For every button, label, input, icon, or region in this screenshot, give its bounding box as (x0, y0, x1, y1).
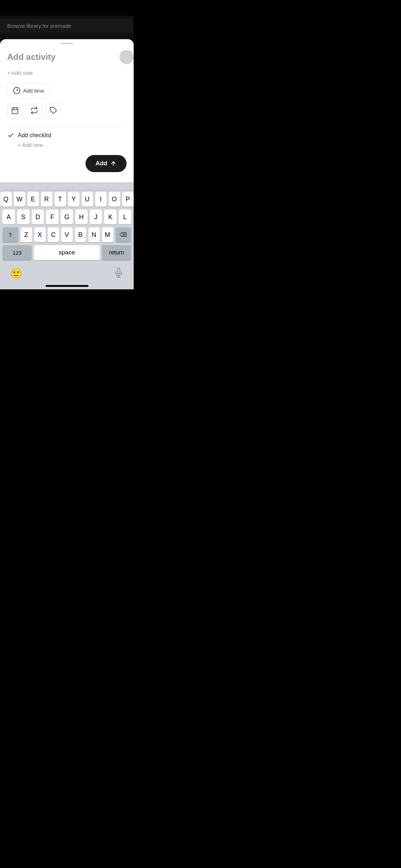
key-o[interactable]: O (109, 192, 120, 207)
key-x[interactable]: X (34, 227, 46, 242)
tag-button[interactable] (46, 103, 61, 119)
add-checklist-label: Add checklist (18, 132, 51, 139)
add-note-button[interactable]: + Add note (7, 70, 127, 76)
key-u[interactable]: U (82, 192, 93, 207)
key-g[interactable]: G (61, 210, 73, 224)
key-q[interactable]: Q (0, 192, 12, 207)
key-m[interactable]: M (102, 227, 113, 242)
home-pill (46, 285, 88, 287)
key-row-4: 123 space return (2, 245, 131, 260)
avatar-circle (119, 50, 134, 64)
add-checklist-row[interactable]: Add checklist (7, 132, 127, 139)
add-new-button[interactable]: + Add new (7, 142, 127, 148)
key-i[interactable]: I (95, 192, 107, 207)
key-a[interactable]: A (2, 210, 15, 224)
space-key[interactable]: space (34, 245, 100, 260)
add-button-row: Add (7, 155, 127, 172)
shift-key[interactable]: ⇧ (2, 227, 19, 242)
keyboard-bottom-bar: 🙂 (1, 264, 132, 282)
key-t[interactable]: T (55, 192, 66, 207)
repeat-button[interactable] (26, 103, 42, 119)
key-v[interactable]: V (61, 227, 73, 242)
microphone-button[interactable] (114, 268, 124, 279)
checkmark-icon (7, 132, 14, 139)
activity-title-row (7, 50, 127, 64)
key-l[interactable]: L (119, 210, 131, 224)
avatar-group (119, 50, 134, 64)
delete-key[interactable]: ⌫ (115, 227, 132, 242)
add-time-button[interactable]: Add time (7, 83, 50, 98)
repeat-icon (30, 107, 38, 115)
add-activity-sheet: + Add note Add time (0, 39, 134, 289)
key-d[interactable]: D (32, 210, 44, 224)
key-p[interactable]: P (122, 192, 134, 207)
key-b[interactable]: B (75, 227, 86, 242)
svg-rect-0 (12, 108, 18, 114)
keyboard: Q W E R T Y U I O P A S D F G H J K (0, 182, 134, 289)
key-f[interactable]: F (46, 210, 58, 224)
key-y[interactable]: Y (68, 192, 79, 207)
home-indicator (1, 282, 132, 289)
key-z[interactable]: Z (21, 227, 32, 242)
key-row-3: ⇧ Z X C V B N M ⌫ (2, 227, 131, 242)
key-w[interactable]: W (14, 192, 25, 207)
key-k[interactable]: K (104, 210, 117, 224)
numbers-key[interactable]: 123 (2, 245, 32, 260)
add-button[interactable]: Add (86, 155, 127, 172)
emoji-button[interactable]: 🙂 (10, 268, 22, 279)
divider (7, 126, 127, 126)
key-c[interactable]: C (48, 227, 59, 242)
add-time-label: Add time (23, 88, 44, 94)
key-row-2: A S D F G H J K L (2, 210, 131, 224)
clock-icon (13, 87, 20, 94)
key-n[interactable]: N (88, 227, 100, 242)
key-rows: Q W E R T Y U I O P A S D F G H J K (1, 190, 132, 264)
tag-icon (50, 107, 57, 115)
icon-row (7, 103, 127, 119)
key-e[interactable]: E (27, 192, 39, 207)
suggestion-bar (1, 185, 132, 190)
upload-icon (110, 160, 117, 167)
key-s[interactable]: S (17, 210, 30, 224)
activity-title-input[interactable] (7, 52, 119, 62)
key-h[interactable]: H (75, 210, 88, 224)
calendar-icon (11, 107, 19, 115)
key-r[interactable]: R (41, 192, 52, 207)
return-key[interactable]: return (102, 245, 131, 260)
key-j[interactable]: J (90, 210, 102, 224)
calendar-button[interactable] (7, 103, 23, 119)
add-label: Add (96, 160, 107, 167)
key-row-1: Q W E R T Y U I O P (2, 192, 131, 207)
